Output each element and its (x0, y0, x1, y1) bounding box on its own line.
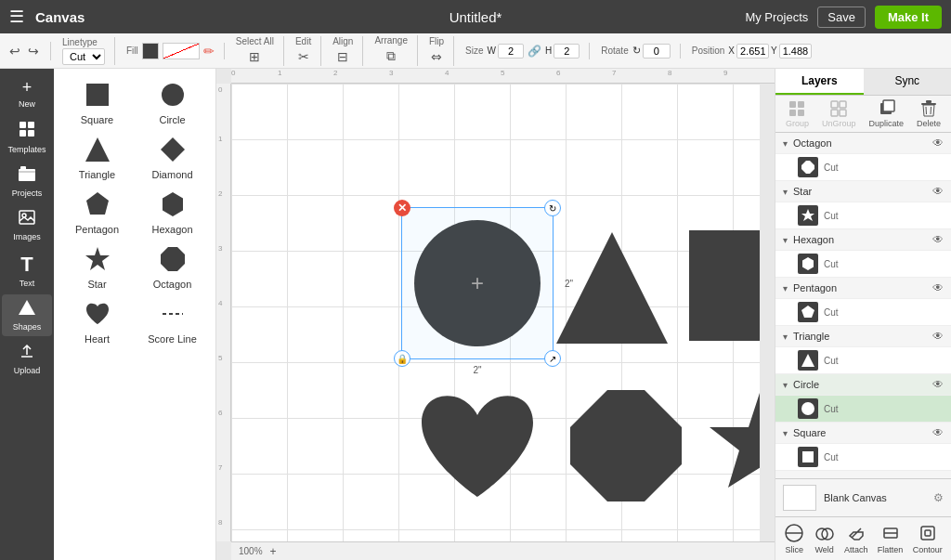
layer-item-star[interactable]: ▾ Star 👁 (775, 181, 951, 202)
delete-button[interactable]: Delete (917, 99, 941, 128)
triangle-eye-icon[interactable]: 👁 (932, 330, 944, 343)
layer-item-hexagon[interactable]: ▾ Hexagon 👁 (775, 229, 951, 251)
octagon-sub-item[interactable]: Cut (775, 154, 951, 181)
select-all-button[interactable]: ⊞ (247, 47, 262, 66)
weld-button[interactable]: Weld (814, 523, 835, 554)
svg-rect-43 (802, 451, 814, 462)
ruler-top: 0 1 2 3 4 5 6 7 8 9 10 11 12 (231, 69, 775, 84)
circle-sub-item[interactable]: Cut (775, 396, 951, 423)
fill-color-swatch[interactable] (142, 43, 159, 59)
layer-item-pentagon[interactable]: ▾ Pentagon 👁 (775, 278, 951, 299)
hamburger-icon[interactable]: ☰ (9, 7, 24, 27)
hexagon-sub-item[interactable]: Cut (775, 251, 951, 278)
my-projects-button[interactable]: My Projects (745, 10, 808, 24)
tab-layers[interactable]: Layers (775, 69, 864, 95)
pencil-icon[interactable]: ✏ (203, 44, 215, 59)
duplicate-button[interactable]: Duplicate (868, 99, 904, 128)
right-panel: Layers Sync Group UnGroup Duplicate Dele… (775, 69, 951, 560)
redo-button[interactable]: ↪ (26, 42, 41, 60)
shape-item-octagon[interactable]: Octagon (138, 242, 206, 290)
canvas-circle-selected[interactable]: ✕ ↻ 🔒 ↗ + 2" 2" (412, 218, 542, 348)
shape-item-circle[interactable]: Circle (138, 78, 206, 125)
pos-y-input[interactable] (779, 44, 812, 59)
layer-item-triangle[interactable]: ▾ Triangle 👁 (775, 326, 951, 347)
sidebar-item-new[interactable]: + New (2, 73, 52, 113)
svg-marker-23 (710, 390, 760, 488)
selection-scale-handle[interactable]: ↗ (544, 350, 561, 367)
shape-item-pentagon[interactable]: Pentagon (63, 188, 131, 235)
blank-canvas-label: Blank Canvas (824, 492, 887, 503)
canvas-content[interactable]: ✕ ↻ 🔒 ↗ + 2" 2" (231, 84, 760, 541)
edit-button[interactable]: ✂ (296, 47, 311, 66)
square-sub-item[interactable]: Cut (775, 444, 951, 471)
group-button[interactable]: Group (786, 99, 809, 128)
sidebar-item-upload[interactable]: Upload (2, 338, 52, 380)
size-h-input[interactable] (554, 44, 580, 59)
sidebar-item-projects[interactable]: Projects (2, 161, 52, 202)
fill-no-fill[interactable] (163, 43, 200, 59)
align-button[interactable]: ⊟ (335, 47, 350, 66)
layer-item-octagon[interactable]: ▾ Octagon 👁 (775, 133, 951, 154)
octagon-eye-icon[interactable]: 👁 (932, 137, 944, 150)
svg-rect-26 (798, 101, 804, 108)
sidebar-item-templates[interactable]: Templates (2, 115, 52, 159)
shape-item-diamond[interactable]: Diamond (138, 133, 206, 180)
attach-label: Attach (844, 545, 868, 554)
star-sub-item[interactable]: Cut (775, 202, 951, 229)
shape-item-square[interactable]: Square (63, 78, 131, 125)
blank-canvas-row[interactable]: Blank Canvas ⚙ (775, 478, 951, 516)
blank-canvas-settings-icon[interactable]: ⚙ (933, 491, 944, 504)
layer-item-circle[interactable]: ▾ Circle 👁 (775, 374, 951, 396)
svg-rect-27 (789, 110, 796, 116)
pos-x-input[interactable] (736, 44, 769, 59)
selection-rotate-handle[interactable]: ↻ (544, 200, 561, 216)
ruler-mark-6: 6 (556, 69, 560, 77)
sidebar-item-shapes[interactable]: Shapes (2, 294, 52, 336)
canvas-star[interactable] (700, 385, 760, 506)
size-w-input[interactable] (498, 44, 524, 59)
save-button[interactable]: Save (817, 7, 866, 28)
hexagon-eye-icon[interactable]: 👁 (932, 233, 944, 246)
ungroup-button[interactable]: UnGroup (822, 99, 856, 128)
svg-marker-14 (163, 192, 183, 216)
canvas-octagon[interactable] (566, 385, 686, 506)
shape-item-scoreline[interactable]: Score Line (138, 297, 206, 345)
slice-button[interactable]: Slice (784, 523, 804, 554)
attach-button[interactable]: Attach (844, 523, 868, 554)
pentagon-sub-item[interactable]: Cut (775, 299, 951, 326)
canvas-heart[interactable] (412, 385, 542, 506)
shape-item-star[interactable]: Star (63, 242, 131, 290)
sidebar-item-images[interactable]: Images (2, 204, 52, 246)
shape-item-heart[interactable]: Heart (63, 297, 131, 345)
zoom-in-button[interactable]: + (268, 543, 279, 560)
selection-close-button[interactable]: ✕ (394, 200, 410, 216)
canvas-triangle[interactable] (552, 228, 672, 348)
pentagon-eye-icon[interactable]: 👁 (932, 281, 944, 294)
linetype-select[interactable]: Cut (62, 48, 105, 65)
right-panel-toolbar: Group UnGroup Duplicate Delete (775, 96, 951, 133)
circle-eye-icon[interactable]: 👁 (932, 378, 944, 391)
shape-item-triangle[interactable]: Triangle (63, 133, 131, 180)
tab-sync[interactable]: Sync (864, 69, 952, 95)
shape-item-hexagon[interactable]: Hexagon (138, 188, 206, 235)
svg-rect-51 (925, 530, 931, 536)
flatten-button[interactable]: Flatten (878, 523, 904, 554)
triangle-sub-item[interactable]: Cut (775, 347, 951, 374)
star-eye-icon[interactable]: 👁 (932, 185, 944, 198)
contour-button[interactable]: Contour (913, 523, 943, 554)
canvas-square[interactable] (686, 228, 760, 344)
size-link-icon[interactable]: 🔗 (526, 43, 543, 59)
arrange-button[interactable]: ⧉ (384, 46, 397, 66)
selection-lock-handle[interactable]: 🔒 (394, 350, 410, 367)
canvas-area[interactable]: 0 1 2 3 4 5 6 7 8 9 10 11 12 0 1 2 3 4 5 (216, 69, 775, 560)
pentagon-thumb (798, 302, 818, 322)
square-eye-icon[interactable]: 👁 (932, 426, 944, 439)
undo-button[interactable]: ↩ (7, 42, 22, 60)
rotate-input[interactable] (643, 44, 671, 59)
sidebar-item-text[interactable]: T Text (2, 248, 52, 293)
layer-item-square[interactable]: ▾ Square 👁 (775, 423, 951, 444)
ruler-left: 0 1 2 3 4 5 6 7 8 9 (216, 84, 231, 541)
flip-button[interactable]: ⇔ (429, 47, 444, 66)
make-it-button[interactable]: Make It (875, 6, 942, 29)
scoreline-shape-label: Score Line (148, 333, 197, 345)
